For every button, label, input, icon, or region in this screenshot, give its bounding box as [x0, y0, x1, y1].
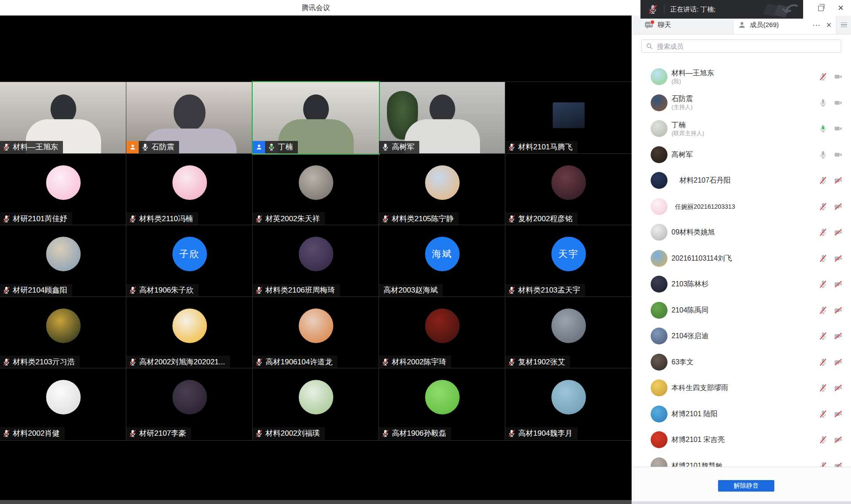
member-row[interactable]: 丁楠(联席主持人) — [632, 116, 851, 142]
member-row[interactable]: 202161103114刘飞 — [632, 246, 851, 272]
more-icon: ⋯ — [812, 20, 821, 30]
video-tile[interactable]: 石防震 — [126, 82, 253, 154]
search-box[interactable] — [641, 39, 841, 53]
member-row[interactable]: 材料—王旭东(我) — [632, 64, 851, 90]
member-avatar — [651, 146, 668, 163]
mic-muted-icon[interactable] — [648, 4, 658, 15]
more-button[interactable]: ⋯ — [812, 16, 821, 35]
participant-name: 丁楠 — [278, 142, 293, 152]
participant-name-label: 材料类2103亓习浩 — [0, 356, 80, 368]
participant-name-label: 复材2002程彦铭 — [505, 212, 578, 225]
video-tile[interactable]: 材研2107李豪 — [126, 368, 253, 440]
camera-off-icon[interactable] — [834, 280, 843, 289]
video-tile[interactable]: 材料2101马腾飞 — [505, 82, 632, 154]
camera-on-icon[interactable] — [834, 98, 843, 107]
member-row[interactable]: 2103陈林杉 — [632, 271, 851, 297]
member-row[interactable]: 高树军 — [632, 142, 851, 168]
video-tile[interactable]: 材科2002陈宇琦 — [379, 297, 505, 369]
video-tile[interactable]: 高树军 — [379, 82, 505, 154]
mic-muted-icon[interactable] — [819, 358, 828, 367]
mic-muted-icon[interactable] — [819, 254, 828, 263]
video-tile[interactable]: 材料类2110冯楠 — [126, 154, 253, 226]
camera-off-icon[interactable] — [834, 228, 843, 237]
camera-on-icon[interactable] — [834, 150, 843, 159]
participant-avatar — [551, 309, 586, 343]
video-tile[interactable]: 丁楠 — [253, 82, 379, 154]
mic-speaking-icon[interactable] — [819, 124, 828, 133]
video-tile[interactable]: 天宇 材料类2103孟天宇 — [505, 225, 632, 297]
member-row[interactable]: 本科生四支部缪雨 — [632, 375, 851, 401]
unmute-button[interactable]: 解除静音 — [718, 480, 774, 492]
restore-button[interactable] — [810, 0, 831, 16]
participant-name-label: 材英2002朱天祥 — [253, 212, 325, 225]
camera-off-icon[interactable] — [834, 358, 843, 367]
camera-off-icon[interactable] — [834, 254, 843, 263]
participant-avatar — [425, 309, 460, 343]
member-row[interactable]: 石防震(主持人) — [632, 90, 851, 116]
camera-off-icon[interactable] — [834, 306, 843, 315]
mic-muted-icon[interactable] — [819, 306, 828, 315]
member-row[interactable]: 2104张启迪 — [632, 323, 851, 349]
camera-off-icon[interactable] — [834, 435, 843, 444]
mic-muted-icon[interactable] — [819, 435, 828, 444]
member-row[interactable]: 材博2101 陆阳 — [632, 401, 851, 427]
mic-muted-icon[interactable] — [819, 228, 828, 237]
video-tile[interactable]: 复材1902张艾 — [505, 297, 632, 369]
camera-off-icon[interactable] — [834, 176, 843, 185]
video-tile[interactable]: 材研2104顾鑫阳 — [0, 225, 126, 297]
close-button[interactable]: × — [831, 0, 851, 16]
video-tile[interactable]: 材料2002肖健 — [0, 368, 126, 440]
panel-close-button[interactable]: × — [826, 16, 831, 35]
mic-muted-icon[interactable] — [819, 383, 828, 392]
video-tile[interactable]: 海斌高材2003赵海斌 — [379, 225, 505, 297]
member-row[interactable]: 材料2107石丹阳 — [632, 168, 851, 194]
participant-name: 材料—王旭东 — [13, 142, 58, 152]
participant-name: 材料类2110冯楠 — [139, 214, 193, 224]
mic-on-icon — [381, 143, 390, 151]
member-row[interactable]: 任婉丽202161203313 — [632, 194, 851, 220]
mic-muted-icon[interactable] — [819, 332, 828, 340]
search-input[interactable] — [656, 42, 837, 51]
participant-avatar — [172, 309, 207, 343]
member-row[interactable]: 2104陈禹同 — [632, 297, 851, 324]
camera-on-icon[interactable] — [834, 124, 843, 133]
mic-muted-icon[interactable] — [819, 410, 828, 418]
camera-off-icon[interactable] — [834, 202, 843, 211]
video-tile[interactable]: 材料类2105陈宁静 — [379, 154, 505, 226]
video-tile[interactable]: 材英2002朱天祥 — [253, 154, 379, 226]
mic-muted-icon[interactable] — [819, 280, 828, 289]
video-tile[interactable]: 高材2002刘旭海202021... — [126, 297, 253, 369]
mic-on-icon[interactable] — [819, 150, 828, 159]
video-tile[interactable]: 复材2002程彦铭 — [505, 154, 632, 226]
mic-on-icon[interactable] — [819, 98, 828, 107]
member-row[interactable]: 09材料类姚旭 — [632, 219, 851, 246]
video-tile[interactable]: 子欣 高材1906朱子欣 — [126, 225, 253, 297]
mic-muted-icon — [381, 358, 390, 366]
camera-off-icon[interactable] — [834, 410, 843, 418]
participant-name-label: 材科2002陈宇琦 — [379, 356, 451, 368]
mic-muted-icon[interactable] — [819, 176, 828, 185]
host-badge-icon — [126, 141, 139, 153]
video-tile[interactable]: 高材1906104许道龙 — [253, 297, 379, 369]
video-tile[interactable]: 材料—王旭东 — [0, 82, 126, 154]
video-tile[interactable]: 材料类2106班周梅琦 — [253, 225, 379, 297]
participant-avatar — [172, 165, 207, 200]
tab-members-label: 成员(269) — [750, 21, 779, 29]
camera-off-icon[interactable] — [834, 383, 843, 392]
video-tile[interactable]: 材料类2103亓习浩 — [0, 297, 126, 369]
panel-menu-button[interactable] — [836, 16, 851, 34]
participant-avatar — [551, 165, 586, 200]
participant-name: 高材2003赵海斌 — [383, 285, 438, 295]
video-tile[interactable]: 高材1906孙毅磊 — [379, 368, 505, 440]
mic-muted-icon[interactable] — [819, 202, 828, 211]
video-tile[interactable]: 材研2101芮佳妤 — [0, 154, 126, 226]
video-tile[interactable]: 材料2002刘福璞 — [253, 368, 379, 440]
member-row[interactable]: 材博2101 宋吉亮 — [632, 427, 851, 453]
video-tile[interactable]: 高材1904魏李月 — [505, 368, 632, 440]
participant-name: 石防震 — [152, 142, 174, 152]
member-row[interactable]: 63李文 — [632, 349, 851, 375]
mic-muted-icon[interactable] — [819, 72, 828, 81]
camera-on-icon[interactable] — [834, 72, 843, 81]
camera-off-icon[interactable] — [834, 332, 843, 340]
participant-name-label: 材料类2103孟天宇 — [505, 284, 585, 297]
